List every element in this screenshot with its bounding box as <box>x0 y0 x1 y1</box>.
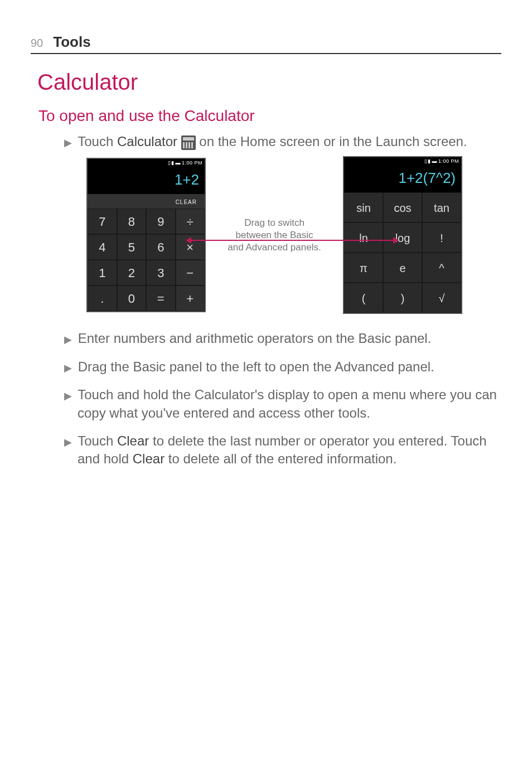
arrow-right-icon <box>393 237 399 244</box>
key-2[interactable]: 2 <box>117 260 147 285</box>
status-icons: ▯▮ ▬ 1:00 PM <box>424 158 459 164</box>
subsection-title: To open and use the Calculator <box>38 107 501 125</box>
status-bar: ▯▮ ▬ 1:00 PM <box>88 159 205 167</box>
bullet-1: ▶ Enter numbers and arithmetic operators… <box>64 330 501 347</box>
arrow-left-icon <box>186 237 191 244</box>
intro-post: on the Home screen or in the Launch scre… <box>196 134 467 149</box>
key-ln[interactable]: ln <box>344 222 383 253</box>
bullet-icon: ▶ <box>64 137 72 148</box>
calculator-icon <box>181 135 196 150</box>
bullet-icon: ▶ <box>64 334 72 345</box>
bullet-1-text: Enter numbers and arithmetic operators o… <box>78 331 432 346</box>
bullet-3: ▶ Touch and hold the Calculator's displa… <box>64 386 501 422</box>
bullet-list: ▶ Enter numbers and arithmetic operators… <box>31 330 501 468</box>
battery-icon: ▬ <box>175 160 181 166</box>
key-3[interactable]: 3 <box>146 260 176 285</box>
basic-keypad: 7 8 9 ÷ 4 5 6 × 1 2 3 − . 0 = + <box>88 209 205 311</box>
caption-line3: and Advanced panels. <box>216 241 333 254</box>
status-time: 1:00 PM <box>438 158 459 164</box>
key-4[interactable]: 4 <box>88 234 117 260</box>
signal-icon: ▯▮ <box>424 158 431 164</box>
key-0[interactable]: 0 <box>117 285 147 311</box>
intro-paragraph: ▶ Touch Calculator on the Home screen or… <box>64 133 501 151</box>
key-7[interactable]: 7 <box>88 209 117 234</box>
status-bar: ▯▮ ▬ 1:00 PM <box>344 157 461 165</box>
key-e[interactable]: e <box>383 253 422 283</box>
figure-row: ▯▮ ▬ 1:00 PM 1+2 CLEAR 7 8 9 ÷ 4 5 6 × 1… <box>86 156 501 314</box>
key-factorial[interactable]: ! <box>422 222 461 253</box>
key-minus[interactable]: − <box>176 260 205 285</box>
bullet-2-text: Drag the Basic panel to the left to open… <box>78 359 434 374</box>
bullet-4-pre: Touch <box>78 433 117 448</box>
bullet-3-text: Touch and hold the Calculator's display … <box>78 387 497 420</box>
key-tan[interactable]: tan <box>422 192 461 222</box>
bullet-4-post: to delete all of the entered information… <box>165 451 396 466</box>
key-open-paren[interactable]: ( <box>344 283 383 313</box>
calc-display[interactable]: 1+2(7^2) <box>344 165 461 192</box>
bullet-icon: ▶ <box>64 362 72 374</box>
page-header: 90 Tools <box>31 33 501 54</box>
key-1[interactable]: 1 <box>88 260 117 285</box>
bullet-4-clear1: Clear <box>117 433 149 448</box>
key-6[interactable]: 6 <box>146 234 176 260</box>
clear-row: CLEAR <box>88 194 205 209</box>
bullet-4: ▶ Touch Clear to delete the last number … <box>64 432 501 468</box>
key-log[interactable]: log <box>383 222 422 253</box>
signal-icon: ▯▮ <box>168 160 174 166</box>
key-power[interactable]: ^ <box>422 253 461 283</box>
key-close-paren[interactable]: ) <box>383 283 422 313</box>
page-title: Calculator <box>37 70 501 95</box>
caption-line1: Drag to switch <box>216 217 333 229</box>
key-sin[interactable]: sin <box>344 192 383 222</box>
advanced-keypad: sin cos tan ln log ! π e ^ ( ) √ <box>344 192 461 313</box>
key-pi[interactable]: π <box>344 253 383 283</box>
arrow-line <box>189 240 395 241</box>
advanced-calc-screenshot: ▯▮ ▬ 1:00 PM 1+2(7^2) sin cos tan ln log… <box>343 156 462 314</box>
bullet-2: ▶ Drag the Basic panel to the left to op… <box>64 358 501 376</box>
key-8[interactable]: 8 <box>117 209 147 234</box>
battery-icon: ▬ <box>432 158 437 164</box>
section-title: Tools <box>53 33 90 51</box>
bullet-icon: ▶ <box>64 390 72 401</box>
clear-button[interactable]: CLEAR <box>176 199 197 205</box>
key-sqrt[interactable]: √ <box>422 283 461 313</box>
bullet-4-clear2: Clear <box>133 451 165 466</box>
key-9[interactable]: 9 <box>146 209 176 234</box>
figure-caption: Drag to switch between the Basic and Adv… <box>216 217 333 254</box>
calc-display[interactable]: 1+2 <box>88 167 205 194</box>
intro-pre: Touch <box>78 134 117 149</box>
status-time: 1:00 PM <box>182 160 202 166</box>
status-icons: ▯▮ ▬ 1:00 PM <box>168 160 202 166</box>
basic-calc-screenshot: ▯▮ ▬ 1:00 PM 1+2 CLEAR 7 8 9 ÷ 4 5 6 × 1… <box>86 158 206 312</box>
bullet-icon: ▶ <box>64 437 72 448</box>
key-divide[interactable]: ÷ <box>176 209 205 234</box>
key-plus[interactable]: + <box>176 285 205 311</box>
key-5[interactable]: 5 <box>117 234 147 260</box>
intro-app-name: Calculator <box>117 134 177 149</box>
key-cos[interactable]: cos <box>383 192 422 222</box>
key-dot[interactable]: . <box>88 285 117 311</box>
key-equals[interactable]: = <box>146 285 176 311</box>
page-number: 90 <box>31 37 43 50</box>
